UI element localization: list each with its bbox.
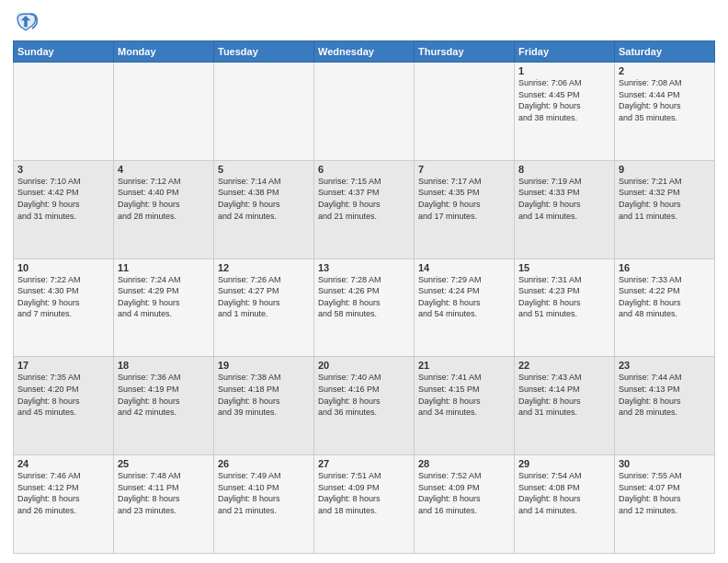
- day-info: Sunrise: 7:26 AM Sunset: 4:27 PM Dayligh…: [218, 274, 310, 320]
- day-cell: [14, 63, 114, 161]
- day-cell: [114, 63, 214, 161]
- calendar-header: SundayMondayTuesdayWednesdayThursdayFrid…: [14, 41, 715, 63]
- day-number: 3: [17, 164, 109, 175]
- day-cell: 18Sunrise: 7:36 AM Sunset: 4:19 PM Dayli…: [114, 357, 214, 455]
- day-info: Sunrise: 7:14 AM Sunset: 4:38 PM Dayligh…: [218, 176, 310, 222]
- day-number: 14: [418, 262, 510, 273]
- day-number: 6: [318, 164, 410, 175]
- day-cell: 22Sunrise: 7:43 AM Sunset: 4:14 PM Dayli…: [515, 357, 615, 455]
- day-info: Sunrise: 7:08 AM Sunset: 4:44 PM Dayligh…: [619, 77, 711, 123]
- day-cell: 12Sunrise: 7:26 AM Sunset: 4:27 PM Dayli…: [214, 259, 314, 357]
- day-info: Sunrise: 7:28 AM Sunset: 4:26 PM Dayligh…: [318, 274, 410, 320]
- day-cell: 19Sunrise: 7:38 AM Sunset: 4:18 PM Dayli…: [214, 357, 314, 455]
- day-info: Sunrise: 7:46 AM Sunset: 4:12 PM Dayligh…: [17, 470, 109, 516]
- day-info: Sunrise: 7:38 AM Sunset: 4:18 PM Dayligh…: [218, 372, 310, 418]
- day-cell: 25Sunrise: 7:48 AM Sunset: 4:11 PM Dayli…: [114, 455, 214, 554]
- day-cell: 10Sunrise: 7:22 AM Sunset: 4:30 PM Dayli…: [14, 259, 114, 357]
- day-info: Sunrise: 7:12 AM Sunset: 4:40 PM Dayligh…: [118, 176, 210, 222]
- day-number: 19: [218, 360, 310, 371]
- day-info: Sunrise: 7:17 AM Sunset: 4:35 PM Dayligh…: [418, 176, 510, 222]
- day-cell: 13Sunrise: 7:28 AM Sunset: 4:26 PM Dayli…: [314, 259, 415, 357]
- day-number: 28: [418, 458, 510, 469]
- day-info: Sunrise: 7:41 AM Sunset: 4:15 PM Dayligh…: [418, 372, 510, 418]
- header-day-thursday: Thursday: [415, 41, 515, 63]
- day-cell: 28Sunrise: 7:52 AM Sunset: 4:09 PM Dayli…: [415, 455, 515, 554]
- day-cell: [214, 63, 314, 161]
- day-number: 23: [619, 360, 711, 371]
- day-cell: 4Sunrise: 7:12 AM Sunset: 4:40 PM Daylig…: [114, 160, 214, 259]
- day-info: Sunrise: 7:49 AM Sunset: 4:10 PM Dayligh…: [218, 470, 310, 516]
- day-cell: 5Sunrise: 7:14 AM Sunset: 4:38 PM Daylig…: [214, 160, 314, 259]
- day-info: Sunrise: 7:36 AM Sunset: 4:19 PM Dayligh…: [118, 372, 210, 418]
- day-number: 4: [118, 164, 210, 175]
- calendar-page: SundayMondayTuesdayWednesdayThursdayFrid…: [0, 0, 728, 563]
- week-row-4: 17Sunrise: 7:35 AM Sunset: 4:20 PM Dayli…: [14, 357, 715, 455]
- day-info: Sunrise: 7:48 AM Sunset: 4:11 PM Dayligh…: [118, 470, 210, 516]
- day-cell: 7Sunrise: 7:17 AM Sunset: 4:35 PM Daylig…: [415, 160, 515, 259]
- day-info: Sunrise: 7:21 AM Sunset: 4:32 PM Dayligh…: [619, 176, 711, 222]
- day-number: 30: [619, 458, 711, 469]
- day-number: 15: [518, 262, 610, 273]
- day-number: 21: [418, 360, 510, 371]
- day-number: 29: [518, 458, 610, 469]
- day-cell: 8Sunrise: 7:19 AM Sunset: 4:33 PM Daylig…: [515, 160, 615, 259]
- logo-icon: [13, 9, 39, 35]
- day-info: Sunrise: 7:55 AM Sunset: 4:07 PM Dayligh…: [619, 470, 711, 516]
- header-day-saturday: Saturday: [615, 41, 715, 63]
- day-cell: [415, 63, 515, 161]
- day-cell: 27Sunrise: 7:51 AM Sunset: 4:09 PM Dayli…: [314, 455, 415, 554]
- day-info: Sunrise: 7:22 AM Sunset: 4:30 PM Dayligh…: [17, 274, 109, 320]
- header-day-wednesday: Wednesday: [314, 41, 415, 63]
- day-cell: 21Sunrise: 7:41 AM Sunset: 4:15 PM Dayli…: [415, 357, 515, 455]
- calendar-table: SundayMondayTuesdayWednesdayThursdayFrid…: [13, 40, 715, 554]
- day-number: 5: [218, 164, 310, 175]
- day-number: 25: [118, 458, 210, 469]
- day-cell: 16Sunrise: 7:33 AM Sunset: 4:22 PM Dayli…: [615, 259, 715, 357]
- day-info: Sunrise: 7:35 AM Sunset: 4:20 PM Dayligh…: [17, 372, 109, 418]
- day-number: 22: [518, 360, 610, 371]
- day-cell: 9Sunrise: 7:21 AM Sunset: 4:32 PM Daylig…: [615, 160, 715, 259]
- day-info: Sunrise: 7:43 AM Sunset: 4:14 PM Dayligh…: [518, 372, 610, 418]
- day-info: Sunrise: 7:15 AM Sunset: 4:37 PM Dayligh…: [318, 176, 410, 222]
- day-cell: 14Sunrise: 7:29 AM Sunset: 4:24 PM Dayli…: [415, 259, 515, 357]
- day-info: Sunrise: 7:52 AM Sunset: 4:09 PM Dayligh…: [418, 470, 510, 516]
- day-cell: 3Sunrise: 7:10 AM Sunset: 4:42 PM Daylig…: [14, 160, 114, 259]
- day-number: 18: [118, 360, 210, 371]
- header-day-tuesday: Tuesday: [214, 41, 314, 63]
- week-row-1: 1Sunrise: 7:06 AM Sunset: 4:45 PM Daylig…: [14, 63, 715, 161]
- day-cell: 17Sunrise: 7:35 AM Sunset: 4:20 PM Dayli…: [14, 357, 114, 455]
- day-number: 27: [318, 458, 410, 469]
- header-day-sunday: Sunday: [14, 41, 114, 63]
- day-number: 9: [619, 164, 711, 175]
- day-cell: 24Sunrise: 7:46 AM Sunset: 4:12 PM Dayli…: [14, 455, 114, 554]
- day-cell: 6Sunrise: 7:15 AM Sunset: 4:37 PM Daylig…: [314, 160, 415, 259]
- day-cell: 2Sunrise: 7:08 AM Sunset: 4:44 PM Daylig…: [615, 63, 715, 161]
- day-info: Sunrise: 7:40 AM Sunset: 4:16 PM Dayligh…: [318, 372, 410, 418]
- logo: [13, 9, 42, 35]
- header-day-monday: Monday: [114, 41, 214, 63]
- calendar-body: 1Sunrise: 7:06 AM Sunset: 4:45 PM Daylig…: [14, 63, 715, 554]
- day-info: Sunrise: 7:54 AM Sunset: 4:08 PM Dayligh…: [518, 470, 610, 516]
- day-number: 8: [518, 164, 610, 175]
- day-number: 26: [218, 458, 310, 469]
- day-info: Sunrise: 7:29 AM Sunset: 4:24 PM Dayligh…: [418, 274, 510, 320]
- week-row-3: 10Sunrise: 7:22 AM Sunset: 4:30 PM Dayli…: [14, 259, 715, 357]
- day-cell: 1Sunrise: 7:06 AM Sunset: 4:45 PM Daylig…: [515, 63, 615, 161]
- day-info: Sunrise: 7:10 AM Sunset: 4:42 PM Dayligh…: [17, 176, 109, 222]
- day-info: Sunrise: 7:19 AM Sunset: 4:33 PM Dayligh…: [518, 176, 610, 222]
- day-info: Sunrise: 7:33 AM Sunset: 4:22 PM Dayligh…: [619, 274, 711, 320]
- top-section: [13, 9, 715, 35]
- day-number: 2: [619, 65, 711, 76]
- day-number: 1: [518, 65, 610, 76]
- week-row-2: 3Sunrise: 7:10 AM Sunset: 4:42 PM Daylig…: [14, 160, 715, 259]
- day-number: 24: [17, 458, 109, 469]
- day-number: 11: [118, 262, 210, 273]
- day-cell: 15Sunrise: 7:31 AM Sunset: 4:23 PM Dayli…: [515, 259, 615, 357]
- day-cell: [314, 63, 415, 161]
- day-number: 7: [418, 164, 510, 175]
- day-cell: 23Sunrise: 7:44 AM Sunset: 4:13 PM Dayli…: [615, 357, 715, 455]
- day-info: Sunrise: 7:31 AM Sunset: 4:23 PM Dayligh…: [518, 274, 610, 320]
- day-number: 20: [318, 360, 410, 371]
- day-number: 10: [17, 262, 109, 273]
- day-info: Sunrise: 7:44 AM Sunset: 4:13 PM Dayligh…: [619, 372, 711, 418]
